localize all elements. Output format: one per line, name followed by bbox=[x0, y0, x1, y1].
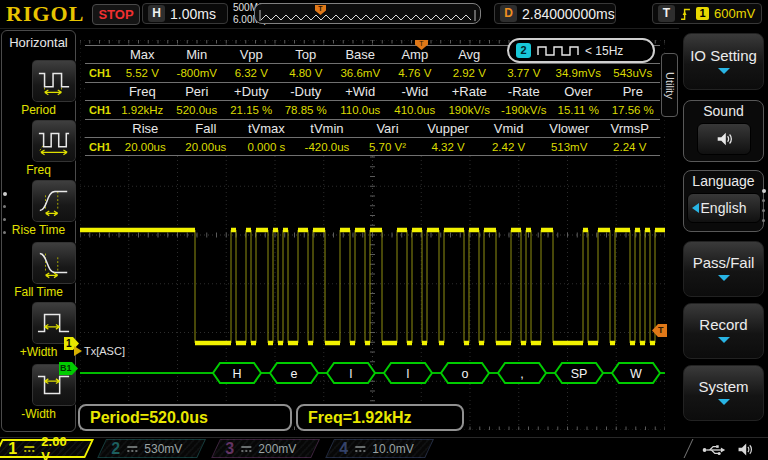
decode-char: SP bbox=[571, 367, 588, 381]
measurement-value: 4.76 V bbox=[388, 67, 443, 79]
fall-time-icon bbox=[34, 246, 74, 280]
dc-coupling-icon bbox=[23, 440, 35, 458]
utility-menu: IO SettingSoundLanguageEnglishPass/FailR… bbox=[679, 28, 768, 437]
menu-button-sound[interactable]: Sound bbox=[683, 100, 764, 162]
menu-button-system[interactable]: System bbox=[683, 365, 764, 421]
sound-toggle-button[interactable] bbox=[697, 123, 751, 155]
menu-item-freq[interactable] bbox=[31, 119, 77, 163]
status-icons bbox=[702, 441, 753, 458]
measurement-header: Peri bbox=[170, 84, 225, 99]
measurement-value: 110.0us bbox=[333, 104, 388, 116]
horizontal-timebase-readout[interactable]: H 1.00ms bbox=[142, 3, 228, 24]
rise-time-icon bbox=[34, 184, 74, 218]
dc-coupling-icon bbox=[126, 440, 138, 458]
utility-tab: Utility bbox=[661, 53, 678, 117]
trigger-readout[interactable]: T 1 600mV bbox=[652, 3, 762, 24]
measurement-header: tVmax bbox=[236, 121, 297, 136]
page-indicator-dot bbox=[762, 219, 765, 222]
measurement-header: Rise bbox=[115, 121, 176, 136]
menu-button-label: System bbox=[684, 378, 763, 395]
measurement-header: Avg bbox=[442, 47, 497, 62]
period-icon bbox=[34, 64, 74, 98]
period-readout: Period=520.0us bbox=[78, 404, 292, 431]
rising-edge-icon bbox=[680, 6, 691, 22]
menu-button-record[interactable]: Record bbox=[683, 303, 764, 359]
measurement-value: 543uVs bbox=[606, 67, 661, 79]
channel-scale: 2.00 V bbox=[41, 434, 78, 460]
decode-char: H bbox=[232, 367, 241, 381]
measurement-header: Amp bbox=[388, 47, 443, 62]
menu-button-io-setting[interactable]: IO Setting bbox=[683, 33, 764, 90]
measurement-value: 6.32 V bbox=[224, 67, 279, 79]
rigol-logo: RIGOL bbox=[6, 1, 84, 27]
channel-4-chip[interactable]: 410.0mV bbox=[325, 439, 434, 458]
menu-item-rise-time[interactable] bbox=[31, 179, 77, 223]
menu-item-label: -Width bbox=[2, 407, 75, 421]
top-bar: RIGOL STOP H 1.00ms 500MSa/s 6.00M pts T… bbox=[0, 0, 768, 29]
measurement-value: 5.70 V² bbox=[357, 141, 418, 153]
channel-scale: 10.0mV bbox=[372, 442, 413, 456]
run-state-button[interactable]: STOP bbox=[92, 4, 140, 25]
square-wave-icon bbox=[537, 44, 579, 57]
status-divider bbox=[684, 439, 694, 458]
channel-scale: 530mV bbox=[144, 442, 182, 456]
decode-char: , bbox=[520, 367, 523, 381]
measurement-header: Pre bbox=[606, 84, 661, 99]
menu-item-fall-time[interactable] bbox=[31, 241, 77, 285]
decode-char: l bbox=[407, 367, 410, 381]
decode-char: e bbox=[291, 367, 298, 381]
channel2-badge: 2 bbox=[516, 43, 531, 58]
speaker-icon bbox=[715, 130, 733, 148]
channel-number: 2 bbox=[112, 440, 121, 458]
page-indicator-dot bbox=[3, 205, 6, 208]
menu-button-label: Pass/Fail bbox=[684, 254, 763, 271]
ch1-waveform bbox=[80, 230, 665, 343]
measurement-header: +Rate bbox=[442, 84, 497, 99]
measurement-value-row: CH11.92kHz520.0us21.15 %78.85 %110.0us41… bbox=[85, 101, 660, 119]
t-key-icon: T bbox=[658, 5, 675, 22]
waveform-preview[interactable]: T bbox=[254, 3, 481, 24]
channel-1-chip[interactable]: 12.00 V bbox=[0, 439, 94, 458]
measurement-header-row: RiseFalltVmaxtVminVariVupperVmidVlowerVr… bbox=[85, 120, 660, 138]
menu-button-pass-fail[interactable]: Pass/Fail bbox=[683, 241, 764, 297]
measurement-header-row: FreqPeri+Duty-Duty+Wid-Wid+Rate-RateOver… bbox=[85, 83, 660, 101]
channel-3-chip[interactable]: 3200mV bbox=[211, 439, 320, 458]
measurement-value: 20.00us bbox=[176, 141, 237, 153]
measurement-header: Min bbox=[170, 47, 225, 62]
page-indicator-dot bbox=[762, 199, 765, 202]
measurement-value: 5.52 V bbox=[115, 67, 170, 79]
measurement-header: Fall bbox=[176, 121, 237, 136]
trigger-source-badge: 1 bbox=[696, 7, 709, 20]
channel-number: 1 bbox=[9, 440, 18, 458]
measurement-header: VrmsP bbox=[599, 121, 660, 136]
measurement-header: Vpp bbox=[224, 47, 279, 62]
language-select[interactable]: English bbox=[687, 193, 761, 223]
chevron-left-icon bbox=[692, 203, 699, 213]
measurement-header: Max bbox=[115, 47, 170, 62]
menu-button-language[interactable]: LanguageEnglish bbox=[683, 170, 764, 232]
language-value: English bbox=[701, 200, 747, 216]
measurement-value: -420.0us bbox=[297, 141, 358, 153]
delay-readout[interactable]: D 2.84000000ms bbox=[494, 3, 616, 24]
decode-char: o bbox=[462, 367, 469, 381]
measurement-value: 2.42 V bbox=[478, 141, 539, 153]
menu-button-label: Sound bbox=[684, 103, 763, 119]
menu-item-period[interactable] bbox=[31, 59, 77, 103]
measurement-value: -190kV/s bbox=[497, 104, 552, 116]
trigger-level-value: 600mV bbox=[714, 6, 755, 21]
measurement-value-row: CH15.52 V-800mV6.32 V4.80 V36.6mV4.76 V2… bbox=[85, 64, 660, 82]
measurement-value: 34.9mVs bbox=[551, 67, 606, 79]
chevron-down-icon bbox=[718, 275, 730, 281]
page-indicator-dot bbox=[3, 192, 7, 196]
measurement-value: 36.6mV bbox=[333, 67, 388, 79]
measurement-header: Over bbox=[551, 84, 606, 99]
decode-char: W bbox=[630, 367, 642, 381]
channel-2-chip[interactable]: 2530mV bbox=[97, 439, 206, 458]
dc-coupling-icon bbox=[354, 440, 366, 458]
measurement-value: 513mV bbox=[539, 141, 600, 153]
measurement-value: 190kV/s bbox=[442, 104, 497, 116]
measurement-value-row: CH120.00us20.00us0.000 s-420.0us5.70 V²4… bbox=[85, 138, 660, 156]
menu-title: Horizontal bbox=[2, 35, 75, 50]
measurement-header: Freq bbox=[115, 84, 170, 99]
usb-icon bbox=[702, 443, 726, 457]
